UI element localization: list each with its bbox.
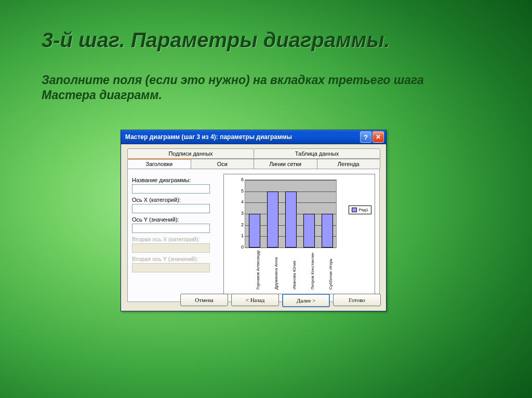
legend-swatch bbox=[352, 208, 357, 212]
y-tick: 5 bbox=[237, 188, 244, 194]
slide-title: 3-й шаг. Параметры диаграммы. bbox=[42, 29, 390, 52]
input-x-axis[interactable] bbox=[132, 204, 210, 213]
tab-data-table[interactable]: Таблица данных bbox=[254, 148, 380, 159]
category-label: Дружинина Анна bbox=[274, 257, 278, 290]
bar bbox=[322, 214, 333, 248]
input-y-axis[interactable] bbox=[132, 224, 210, 233]
label-chart-title: Название диаграммы: bbox=[132, 177, 215, 183]
bar bbox=[303, 214, 315, 248]
chart-legend: Ряд1 bbox=[349, 205, 371, 214]
close-button[interactable]: ✕ bbox=[373, 131, 384, 143]
category-label: Горчаков Александр bbox=[256, 250, 260, 290]
dialog-title: Мастер диаграмм (шаг 3 из 4): параметры … bbox=[125, 133, 360, 141]
legend-label: Ряд1 bbox=[358, 208, 368, 212]
tab-legend[interactable]: Легенда bbox=[317, 159, 381, 169]
tab-gridlines[interactable]: Линии сетки bbox=[254, 159, 317, 169]
bar bbox=[249, 214, 260, 248]
back-button[interactable]: < Назад bbox=[231, 294, 279, 306]
chart-wizard-dialog: Мастер диаграмм (шаг 3 из 4): параметры … bbox=[121, 130, 387, 311]
tab-axes[interactable]: Оси bbox=[191, 159, 255, 169]
help-button[interactable]: ? bbox=[360, 131, 371, 143]
finish-button[interactable]: Готово bbox=[333, 294, 381, 306]
tab-titles[interactable]: Заголовки bbox=[127, 159, 191, 169]
slide-subtitle: Заполните поля (если это нужно) на вклад… bbox=[42, 73, 468, 103]
tab-data-labels[interactable]: Подписи данных bbox=[127, 148, 254, 159]
input-chart-title[interactable] bbox=[132, 184, 210, 194]
bar bbox=[285, 191, 297, 248]
y-tick: 4 bbox=[237, 199, 244, 204]
chart-plot-area bbox=[245, 180, 337, 248]
y-tick: 0 bbox=[237, 244, 244, 250]
input-x2-axis bbox=[132, 243, 210, 253]
category-label: Субботин Игорь bbox=[328, 258, 333, 290]
bar bbox=[267, 191, 278, 248]
label-y2-axis: Вторая ось Y (значений): bbox=[132, 256, 215, 262]
tab-panel-titles: Название диаграммы: Ось X (категорий): О… bbox=[127, 169, 380, 302]
y-tick: 3 bbox=[237, 211, 244, 216]
y-tick: 2 bbox=[237, 222, 244, 227]
category-label: Петров Константин bbox=[310, 253, 315, 290]
category-label: Иванова Юлия bbox=[292, 261, 297, 290]
cancel-button[interactable]: Отмена bbox=[180, 294, 228, 306]
label-x2-axis: Вторая ось X (категорий): bbox=[132, 236, 215, 242]
dialog-titlebar[interactable]: Мастер диаграмм (шаг 3 из 4): параметры … bbox=[121, 130, 386, 144]
y-tick: 6 bbox=[237, 177, 244, 182]
chart-preview: 0123456 Горчаков АлександрДружинина Анна… bbox=[223, 174, 375, 294]
input-y2-axis bbox=[132, 263, 210, 272]
label-y-axis: Ось Y (значений): bbox=[132, 216, 215, 223]
y-tick: 1 bbox=[237, 233, 244, 238]
next-button[interactable]: Далее > bbox=[282, 294, 330, 307]
label-x-axis: Ось X (категорий): bbox=[132, 197, 215, 203]
